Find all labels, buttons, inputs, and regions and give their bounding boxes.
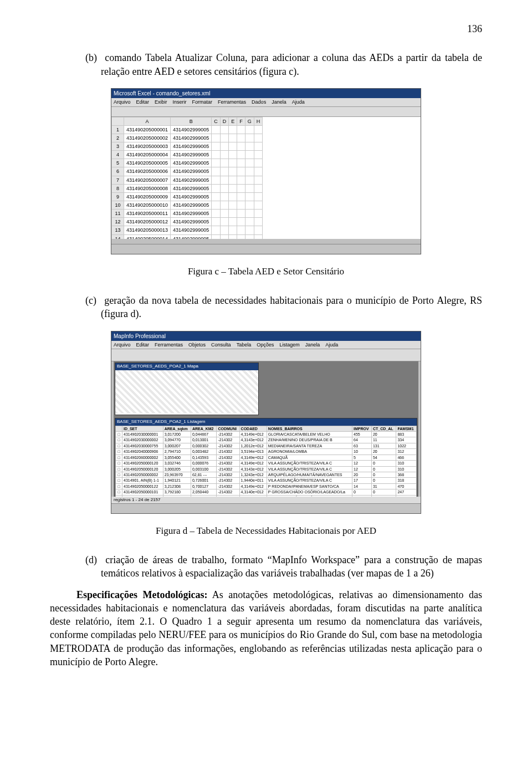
- excel-cell[interactable]: 431490205000009: [124, 192, 171, 201]
- excel-menu-item[interactable]: Formatar: [192, 99, 213, 105]
- excel-cell[interactable]: [245, 226, 254, 234]
- excel-cell[interactable]: [229, 176, 237, 184]
- excel-cell[interactable]: [254, 201, 263, 209]
- excel-cell[interactable]: [237, 201, 245, 209]
- excel-cell[interactable]: [245, 134, 254, 142]
- excel-cell[interactable]: 4314902999005: [171, 226, 212, 234]
- excel-col-header[interactable]: G: [245, 117, 254, 125]
- excel-cell[interactable]: [237, 134, 245, 142]
- excel-cell[interactable]: [237, 234, 245, 239]
- mi-col-header[interactable]: AREA_KM2: [191, 426, 217, 431]
- excel-col-header[interactable]: [112, 117, 124, 125]
- excel-row-header[interactable]: 7: [112, 176, 124, 184]
- excel-cell[interactable]: [229, 134, 237, 142]
- excel-cell[interactable]: [220, 226, 229, 234]
- excel-row-header[interactable]: 3: [112, 142, 124, 150]
- excel-row-header[interactable]: 8: [112, 184, 124, 192]
- excel-cell[interactable]: [212, 201, 221, 209]
- mi-col-header[interactable]: CODMUNI: [217, 426, 239, 431]
- excel-cell[interactable]: 431490205000011: [124, 210, 171, 218]
- excel-cell[interactable]: [220, 192, 229, 201]
- excel-cell[interactable]: [245, 201, 254, 209]
- excel-cell[interactable]: [245, 184, 254, 192]
- excel-cell[interactable]: 4314902999005: [171, 176, 212, 184]
- excel-cell[interactable]: [212, 167, 221, 176]
- mi-col-header[interactable]: IMPROV: [352, 426, 372, 431]
- mi-menu-item[interactable]: Tabela: [237, 341, 252, 348]
- excel-cell[interactable]: [220, 151, 229, 159]
- excel-cell[interactable]: [237, 210, 245, 218]
- excel-cell[interactable]: 431490205000001: [124, 125, 171, 134]
- mi-menu-item[interactable]: Objetos: [188, 341, 206, 348]
- excel-cell[interactable]: 4314902999005: [171, 234, 212, 239]
- excel-cell[interactable]: [254, 167, 263, 176]
- excel-cell[interactable]: 4314902999005: [171, 134, 212, 142]
- mi-row-selector[interactable]: □: [116, 437, 122, 443]
- excel-cell[interactable]: [229, 226, 237, 234]
- mi-row-selector[interactable]: □: [116, 472, 122, 478]
- mi-col-header[interactable]: AREA_sqkm: [163, 426, 191, 431]
- excel-cell[interactable]: 431490205000002: [124, 134, 171, 142]
- excel-row-header[interactable]: 5: [112, 159, 124, 167]
- excel-cell[interactable]: [254, 159, 263, 167]
- excel-cell[interactable]: 4314902999005: [171, 201, 212, 209]
- excel-col-header[interactable]: E: [229, 117, 237, 125]
- excel-cell[interactable]: [220, 159, 229, 167]
- excel-cell[interactable]: 431490205000010: [124, 201, 171, 209]
- excel-cell[interactable]: 431490205000014: [124, 234, 171, 239]
- excel-cell[interactable]: 431490205000008: [124, 184, 171, 192]
- excel-cell[interactable]: 431490205000012: [124, 218, 171, 226]
- excel-menu-item[interactable]: Janela: [272, 99, 287, 105]
- excel-cell[interactable]: [212, 151, 221, 159]
- excel-cell[interactable]: [212, 226, 221, 234]
- excel-cell[interactable]: [237, 184, 245, 192]
- excel-cell[interactable]: 431490205000006: [124, 167, 171, 176]
- excel-cell[interactable]: [254, 134, 263, 142]
- excel-cell[interactable]: [212, 184, 221, 192]
- excel-cell[interactable]: [220, 176, 229, 184]
- excel-cell[interactable]: 4314902999005: [171, 184, 212, 192]
- excel-row-header[interactable]: 9: [112, 192, 124, 201]
- mi-menu-item[interactable]: Consulta: [211, 341, 231, 348]
- excel-row-header[interactable]: 10: [112, 201, 124, 209]
- excel-cell[interactable]: [237, 125, 245, 134]
- excel-cell[interactable]: [245, 210, 254, 218]
- excel-cell[interactable]: 431490205000013: [124, 226, 171, 234]
- excel-menu-item[interactable]: Exibir: [155, 99, 167, 105]
- mi-row-selector[interactable]: □: [116, 443, 122, 448]
- excel-row-header[interactable]: 1: [112, 125, 124, 134]
- excel-cell[interactable]: 4314902999005: [171, 151, 212, 159]
- excel-row-header[interactable]: 6: [112, 167, 124, 176]
- mi-row-selector[interactable]: □: [116, 455, 122, 460]
- excel-cell[interactable]: [229, 218, 237, 226]
- excel-cell[interactable]: [254, 210, 263, 218]
- excel-menu-item[interactable]: Dados: [252, 99, 266, 105]
- excel-col-header[interactable]: B: [171, 117, 212, 125]
- excel-cell[interactable]: [229, 142, 237, 150]
- excel-row-header[interactable]: 12: [112, 218, 124, 226]
- excel-menu-item[interactable]: Ferramentas: [218, 99, 246, 105]
- excel-col-header[interactable]: F: [237, 117, 245, 125]
- excel-row-header[interactable]: 14: [112, 234, 124, 239]
- mi-menu-item[interactable]: Ajuda: [325, 341, 338, 348]
- excel-cell[interactable]: 4314902999005: [171, 125, 212, 134]
- excel-cell[interactable]: [229, 159, 237, 167]
- mi-menu-item[interactable]: Janela: [305, 341, 320, 348]
- mi-menu-item[interactable]: Opções: [257, 341, 274, 348]
- excel-row-header[interactable]: 4: [112, 151, 124, 159]
- excel-cell[interactable]: 4314902999005: [171, 210, 212, 218]
- mi-col-header[interactable]: [116, 426, 122, 431]
- excel-row-header[interactable]: 11: [112, 210, 124, 218]
- excel-cell[interactable]: 431490205000005: [124, 159, 171, 167]
- excel-cell[interactable]: [237, 218, 245, 226]
- excel-cell[interactable]: [237, 142, 245, 150]
- excel-cell[interactable]: [237, 159, 245, 167]
- excel-cell[interactable]: [237, 151, 245, 159]
- excel-cell[interactable]: 4314902999005: [171, 167, 212, 176]
- excel-cell[interactable]: 4314902999005: [171, 218, 212, 226]
- excel-cell[interactable]: [220, 167, 229, 176]
- excel-cell[interactable]: [245, 192, 254, 201]
- excel-cell[interactable]: [254, 142, 263, 150]
- excel-col-header[interactable]: D: [220, 117, 229, 125]
- excel-row-header[interactable]: 2: [112, 134, 124, 142]
